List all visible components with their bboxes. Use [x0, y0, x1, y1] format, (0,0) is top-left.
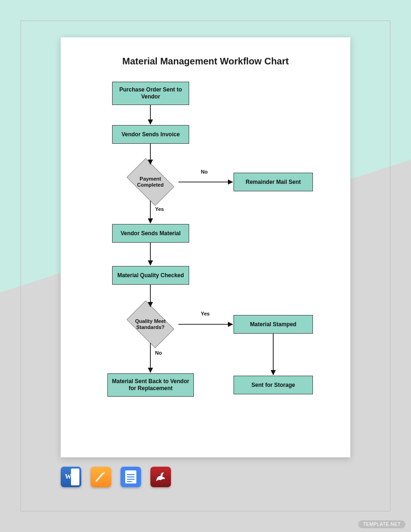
document-page: Material Management Workflow Chart Purch… — [61, 37, 350, 457]
node-vendor-invoice: Vendor Sends Invoice — [112, 125, 189, 144]
watermark: TEMPLATE.NET — [358, 520, 405, 528]
pdf-icon — [150, 467, 171, 487]
decision-quality-label: Quality Meet Standards? — [122, 306, 178, 343]
google-docs-icon — [120, 467, 141, 487]
node-vendor-material: Vendor Sends Material — [112, 224, 189, 243]
word-icon: W — [61, 467, 81, 487]
label-no-1: No — [201, 169, 208, 175]
label-yes-1: Yes — [155, 206, 164, 212]
label-no-2: No — [155, 350, 162, 356]
label-yes-2: Yes — [201, 311, 210, 316]
arrows-layer — [61, 37, 350, 457]
node-sent-storage: Sent for Storage — [234, 376, 313, 394]
node-material-stamped: Material Stamped — [234, 315, 313, 334]
node-sent-back: Material Sent Back to Vendor for Replace… — [107, 373, 194, 397]
pages-icon — [91, 467, 111, 487]
node-purchase-order: Purchase Order Sent to Vendor — [112, 82, 189, 105]
node-quality-checked: Material Quality Checked — [112, 266, 189, 285]
decision-quality: Quality Meet Standards? — [122, 306, 178, 343]
decision-payment-label: Payment Completed — [122, 163, 178, 201]
node-remainder-mail: Remainder Mail Sent — [234, 173, 313, 191]
decision-payment: Payment Completed — [122, 163, 178, 201]
chart-title: Material Management Workflow Chart — [61, 56, 350, 67]
app-icons-row: W — [61, 467, 171, 487]
